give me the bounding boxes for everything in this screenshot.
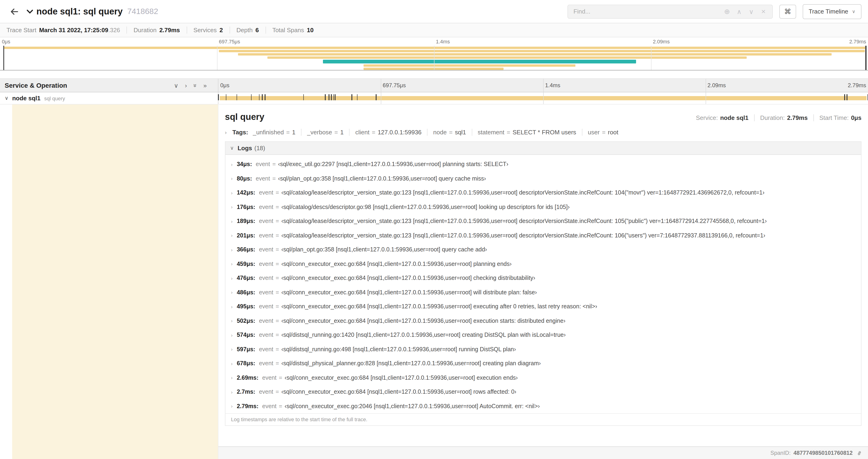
tag-value: 1 [340,129,343,136]
log-timestamp: 142μs: [237,190,255,196]
log-field-key: event [259,318,273,324]
chevron-right-icon: › [231,390,232,395]
log-row[interactable]: › 80μs: event = ‹sql/plan_opt.go:358 [ns… [225,171,861,186]
log-field-key: event [259,303,273,310]
minimap-left-scrubber[interactable] [3,46,4,70]
span-bar-cell[interactable] [218,92,868,104]
log-timestamp: 2.79ms: [237,403,258,409]
collapse-all-icon[interactable]: » [192,84,198,87]
detail-span-title: sql query [225,112,265,122]
log-row[interactable]: › 459μs: event = ‹sql/conn_executor_exec… [225,257,861,271]
log-timestamp: 80μs: [237,175,252,182]
log-row[interactable]: › 366μs: event = ‹sql/plan_opt.go:358 [n… [225,242,861,257]
log-timestamp: 476μs: [237,275,255,282]
log-row[interactable]: › 574μs: event = ‹sql/distsql_running.go… [225,328,861,342]
chevron-down-icon[interactable]: ∨ [5,95,8,101]
log-timestamp: 2.69ms: [237,374,258,381]
log-row[interactable]: › 189μs: event = ‹sql/catalog/lease/desc… [225,214,861,228]
tag-item: client = 127.0.0.1:59936 [349,129,422,136]
log-row[interactable]: › 201μs: event = ‹sql/catalog/lease/desc… [225,228,861,242]
log-row[interactable]: › 2.7ms: event = ‹sql/conn_executor_exec… [225,385,861,399]
log-field-key: event [259,247,273,253]
back-button[interactable] [6,3,22,19]
clear-icon[interactable]: × [757,7,770,15]
log-row[interactable]: › 2.69ms: event = ‹sql/conn_executor_exe… [225,371,861,385]
log-row[interactable]: › 176μs: event = ‹sql/catalog/descs/desc… [225,200,861,214]
log-field-value: ‹sql/distsql_running.go:498 [nsql1,clien… [281,346,516,353]
tag-key: client [355,129,370,136]
collapse-trace-button[interactable] [26,8,34,15]
equals-sign: = [276,275,279,282]
chevron-right-icon: › [231,304,232,309]
log-field-key: event [259,261,273,267]
chevron-right-icon: › [231,375,232,381]
log-row[interactable]: › 502μs: event = ‹sql/conn_executor_exec… [225,314,861,328]
log-event-tick [218,94,219,100]
log-row[interactable]: › 495μs: event = ‹sql/conn_executor_exec… [225,299,861,314]
log-row[interactable]: › 142μs: event = ‹sql/catalog/lease/desc… [225,186,861,200]
timeline-gridline [651,46,651,70]
log-row[interactable]: › 2.79ms: event = ‹sql/conn_executor_exe… [225,399,861,413]
log-row[interactable]: › 597μs: event = ‹sql/distsql_running.go… [225,342,861,356]
trace-minimap[interactable] [0,46,868,70]
keyboard-shortcuts-button[interactable]: ⌘ [779,4,796,19]
equals-sign: = [276,389,279,395]
log-event-tick [357,94,358,100]
chevron-up-icon[interactable]: ∧ [733,8,745,15]
summary-item: Trace Start March 31 2022, 17:25:09 .326 [6,27,120,34]
summary-label: Depth [236,27,252,34]
service-operation-title: Service & Operation [5,81,67,89]
collapse-one-icon[interactable]: ∨ [174,82,178,89]
log-timestamp: 597μs: [237,346,255,353]
chevron-down-icon[interactable]: ∨ [745,8,757,15]
span-id-label: SpanID: [771,450,791,456]
span-id-value: 4877749850101760812 [793,450,852,456]
log-row[interactable]: › 476μs: event = ‹sql/conn_executor_exec… [225,271,861,285]
minimap-right-scrubber[interactable] [865,46,867,70]
time-axis-label: 2.09ms [708,82,726,89]
log-event-tick [331,94,332,100]
span-name-cell[interactable]: ∨ node sql1 sql query [0,92,218,104]
log-event-tick [226,94,226,100]
meta-label: Start Time: [819,114,849,121]
tags-title: Tags: [232,129,248,136]
log-row[interactable]: › 34μs: event = ‹sql/exec_util.go:2297 [… [225,157,861,171]
timeline-gridline [434,46,434,70]
tags-accordion[interactable]: › Tags: _unfinished = 1 _verbose [225,129,862,136]
summary-value: March 31 2022, 17:25:09 [39,27,108,34]
log-event-tick [237,94,237,100]
summary-value: 2.79ms [159,27,180,34]
log-event-tick [303,94,304,100]
log-field-value: ‹sql/catalog/lease/descriptor_version_st… [281,232,765,239]
meta-value: 2.79ms [787,114,808,121]
log-timestamp: 486μs: [237,289,255,296]
meta-item: Service: node sql1 [696,114,748,121]
expand-one-icon[interactable]: › [185,82,187,89]
expand-all-icon[interactable]: » [204,82,207,89]
log-timestamp: 176μs: [237,204,255,210]
log-row[interactable]: › 678μs: event = ‹sql/distsql_physical_p… [225,356,861,371]
find-input[interactable] [572,7,721,15]
log-event-tick [325,94,326,100]
log-row[interactable]: › 486μs: event = ‹sql/conn_executor_exec… [225,285,861,299]
summary-item: Depth 6 [229,27,259,34]
tag-value: 127.0.0.1:59936 [378,129,422,136]
tag-key: _unfinished [253,129,284,136]
span-row[interactable]: ∨ node sql1 sql query [0,92,868,104]
trace-timeline-dropdown[interactable]: Trace Timeline ∨ [803,4,862,19]
equals-sign: = [276,332,279,338]
tag-item: user = root [582,129,618,136]
logs-accordion-header[interactable]: ∨ Logs (18) [225,142,861,155]
log-field-key: event [259,275,273,282]
log-field-value: ‹sql/plan_opt.go:358 [nsql1,client=127.0… [281,247,487,253]
log-timestamp: 2.7ms: [237,389,255,395]
find-bar: ⊕ ∧ ∨ × [567,4,773,19]
equals-sign: = [276,360,279,367]
summary-item: Services 2 [186,27,223,34]
link-icon[interactable] [856,450,862,456]
circle-plus-icon[interactable]: ⊕ [721,7,733,15]
command-icon: ⌘ [784,7,791,15]
log-field-value: ‹sql/plan_opt.go:358 [nsql1,client=127.0… [278,175,486,182]
minimap-span [323,60,636,63]
chevron-right-icon: › [231,162,232,167]
